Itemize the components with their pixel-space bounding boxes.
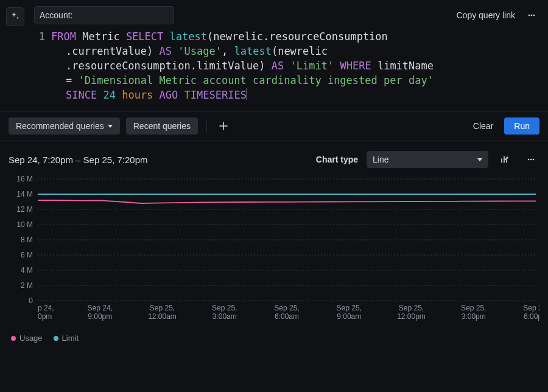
svg-text:Sep 25,: Sep 25,	[523, 304, 539, 312]
editor-header: Account: Copy query link 1 FROM Metric S…	[0, 0, 548, 111]
chevron-down-icon	[477, 158, 482, 161]
svg-text:0: 0	[29, 296, 33, 305]
run-button[interactable]: Run	[504, 117, 539, 135]
ai-assist-button[interactable]	[6, 7, 24, 26]
divider	[206, 119, 207, 133]
text-cursor	[247, 88, 247, 100]
chart-settings-button[interactable]	[497, 151, 514, 168]
svg-text:Sep 25,: Sep 25,	[150, 304, 175, 312]
svg-text:3:00pm: 3:00pm	[462, 312, 486, 321]
dots-icon	[527, 11, 536, 19]
svg-point-5	[533, 159, 535, 161]
line-chart: 02 M4 M6 M8 M10 M12 M14 M16 Mp 24,0pmSep…	[9, 175, 539, 327]
svg-text:8 M: 8 M	[21, 236, 33, 244]
legend-dot-limit	[54, 336, 58, 341]
account-label: Account:	[40, 10, 72, 20]
plus-icon	[219, 121, 228, 131]
query-editor[interactable]: 1 FROM Metric SELECT latest(newrelic.res…	[34, 29, 539, 111]
dots-icon	[527, 155, 535, 164]
svg-text:4 M: 4 M	[21, 266, 33, 275]
svg-text:9:00pm: 9:00pm	[88, 312, 112, 321]
svg-text:Sep 25,: Sep 25,	[399, 304, 424, 312]
svg-text:10 M: 10 M	[16, 220, 33, 229]
account-picker[interactable]: Account:	[34, 6, 174, 24]
svg-text:12:00pm: 12:00pm	[397, 312, 426, 321]
add-query-button[interactable]	[216, 118, 231, 134]
svg-text:6 M: 6 M	[21, 251, 33, 259]
svg-text:12 M: 12 M	[16, 205, 33, 214]
svg-text:Sep 25,: Sep 25,	[212, 304, 237, 312]
header-more-button[interactable]	[524, 7, 539, 23]
chart-type-select[interactable]: Line	[367, 151, 488, 168]
svg-point-3	[528, 159, 530, 161]
svg-text:14 M: 14 M	[16, 190, 33, 198]
chart-area: 02 M4 M6 M8 M10 M12 M14 M16 Mp 24,0pmSep…	[9, 175, 539, 327]
recommended-queries-button[interactable]: Recommended queries	[9, 117, 120, 135]
svg-text:16 M: 16 M	[16, 175, 33, 183]
chart-more-button[interactable]	[522, 151, 539, 168]
recent-queries-button[interactable]: Recent queries	[126, 117, 198, 135]
legend-item-limit[interactable]: Limit	[54, 334, 79, 343]
svg-text:3:00am: 3:00am	[213, 312, 237, 321]
copy-query-link[interactable]: Copy query link	[457, 10, 516, 20]
svg-text:0pm: 0pm	[38, 312, 52, 321]
legend-dot-usage	[11, 336, 16, 341]
svg-point-4	[530, 159, 532, 161]
svg-text:Sep 25,: Sep 25,	[274, 304, 299, 312]
svg-text:9:00am: 9:00am	[337, 312, 361, 321]
chart-meta-row: Sep 24, 7:20pm – Sep 25, 7:20pm Chart ty…	[0, 141, 548, 172]
chart-legend: Usage Limit	[0, 327, 548, 349]
svg-text:2 M: 2 M	[21, 281, 33, 290]
svg-text:6:00pm: 6:00pm	[524, 312, 539, 321]
sparkle-icon	[10, 12, 20, 21]
svg-text:Sep 24,: Sep 24,	[88, 304, 113, 312]
chevron-down-icon	[108, 125, 113, 128]
svg-point-0	[529, 15, 530, 16]
svg-point-2	[533, 15, 535, 16]
svg-text:12:00am: 12:00am	[148, 312, 177, 321]
svg-text:Sep 25,: Sep 25,	[337, 304, 362, 312]
line-number: 1	[34, 29, 45, 44]
svg-text:Sep 25,: Sep 25,	[461, 304, 486, 312]
svg-point-1	[531, 15, 533, 16]
chart-type-label: Chart type	[316, 155, 358, 164]
svg-text:p 24,: p 24,	[38, 304, 54, 312]
legend-item-usage[interactable]: Usage	[11, 334, 43, 343]
query-code[interactable]: FROM Metric SELECT latest(newrelic.resou…	[51, 29, 539, 102]
query-toolbar: Recommended queries Recent queries Clear…	[0, 111, 548, 141]
clear-button[interactable]: Clear	[468, 117, 498, 135]
svg-text:6:00am: 6:00am	[275, 312, 299, 321]
chart-edit-icon	[501, 155, 510, 164]
account-input[interactable]	[77, 10, 169, 21]
time-range-label: Sep 24, 7:20pm – Sep 25, 7:20pm	[9, 155, 148, 165]
